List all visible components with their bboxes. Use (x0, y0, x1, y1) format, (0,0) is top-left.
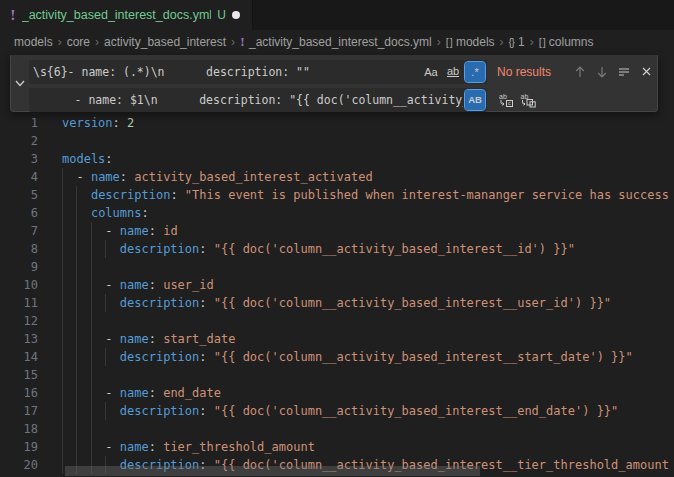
editor-area[interactable]: 1version: 223models:4 - name: activity_b… (0, 54, 674, 477)
symbol-array-icon: [ ] (446, 36, 452, 48)
breadcrumb-item-_activity_based_interest_docs.yml[interactable]: !_activity_based_interest_docs.yml (240, 35, 432, 49)
find-results-status: No results (497, 65, 559, 79)
find-input-value: \s{6}- name: (.*)\n description: "" (33, 65, 419, 79)
regex-button[interactable]: .* (465, 62, 485, 82)
indent-guide (91, 438, 92, 456)
close-find-widget-button[interactable] (635, 61, 657, 83)
indent-guide (76, 276, 77, 294)
line-content (38, 132, 674, 150)
breadcrumb-separator: › (500, 35, 504, 49)
dirty-indicator-dot[interactable] (232, 11, 240, 19)
svg-text:ab: ab (521, 92, 529, 99)
line-content (38, 258, 674, 276)
indent-guide (62, 384, 63, 402)
indent-guide (76, 384, 77, 402)
code-line: 2 (0, 132, 674, 150)
indent-guide (91, 348, 92, 366)
indent-guide (62, 312, 63, 330)
match-case-button[interactable]: Aa (421, 62, 441, 82)
indent-guide (76, 294, 77, 312)
breadcrumb-item-core[interactable]: core (67, 35, 90, 49)
line-content: - name: user_id (38, 276, 674, 294)
line-number: 2 (0, 132, 38, 150)
indent-guide (62, 402, 63, 420)
code-line: 12 (0, 312, 674, 330)
indent-guide (62, 294, 63, 312)
indent-guide (62, 240, 63, 258)
code-line: 17 description: "{{ doc('column__activit… (0, 402, 674, 420)
line-content: - name: tier_threshold_amount (38, 438, 674, 456)
tab-active-file[interactable]: ! _activity_based_interest_docs.yml U (0, 0, 253, 30)
svg-text:c: c (508, 100, 511, 106)
indent-guide (105, 348, 106, 366)
line-content: description: "This event is published wh… (38, 186, 674, 204)
indent-guide (105, 240, 106, 258)
indent-guide (76, 402, 77, 420)
line-number: 11 (0, 294, 38, 312)
breadcrumb-label: models (14, 35, 53, 49)
yaml-file-icon: ! (240, 36, 245, 49)
line-content: description: "{{ doc('column__activity_b… (38, 402, 674, 420)
indent-guide (91, 402, 92, 420)
line-number: 12 (0, 312, 38, 330)
indent-guide (62, 276, 63, 294)
line-number: 18 (0, 420, 38, 438)
indent-guide (76, 312, 77, 330)
whole-word-button[interactable]: ab (443, 62, 463, 82)
next-match-button[interactable] (591, 61, 613, 83)
replace-all-button[interactable]: ab (517, 89, 539, 111)
breadcrumb-item-columns[interactable]: [ ]columns (539, 35, 594, 49)
indent-guide (76, 240, 77, 258)
breadcrumb-item-activity_based_interest[interactable]: activity_based_interest (104, 35, 226, 49)
indent-guide (76, 366, 77, 384)
breadcrumb-item-1[interactable]: {}1 (509, 35, 525, 49)
breadcrumb-item-models[interactable]: models (14, 35, 53, 49)
replace-button[interactable]: ab c (495, 89, 517, 111)
indent-guide (91, 276, 92, 294)
indent-guide (62, 438, 63, 456)
line-number: 4 (0, 168, 38, 186)
line-content (38, 366, 674, 384)
indent-guide (62, 222, 63, 240)
breadcrumb-item-models[interactable]: [ ]models (446, 35, 495, 49)
code-line: 11 description: "{{ doc('column__activit… (0, 294, 674, 312)
code-line: 13 - name: start_date (0, 330, 674, 348)
replace-input[interactable]: - name: $1\n description: "{{ doc('colum… (29, 88, 487, 112)
breadcrumb-separator: › (530, 35, 534, 49)
replace-input-value: - name: $1\n description: "{{ doc('colum… (33, 93, 463, 107)
find-replace-widget: \s{6}- name: (.*)\n description: "" Aa a… (10, 55, 658, 112)
line-number: 3 (0, 150, 38, 168)
indent-guide (76, 330, 77, 348)
indent-guide (91, 240, 92, 258)
replace-icon: ab c (498, 92, 514, 108)
toggle-replace-button[interactable] (11, 55, 29, 111)
breadcrumb-separator: › (95, 35, 99, 49)
horizontal-scrollbar[interactable] (65, 466, 480, 476)
indent-guide (91, 258, 92, 276)
code-line: 3models: (0, 150, 674, 168)
line-number: 7 (0, 222, 38, 240)
line-content: version: 2 (38, 114, 674, 132)
code-line: 6 columns: (0, 204, 674, 222)
indent-guide (76, 438, 77, 456)
breadcrumb-label: 1 (518, 35, 525, 49)
preserve-case-button[interactable]: AB (465, 90, 485, 110)
breadcrumb: models›core›activity_based_interest›!_ac… (0, 30, 674, 54)
line-number: 8 (0, 240, 38, 258)
line-number: 5 (0, 186, 38, 204)
line-content (38, 420, 674, 438)
breadcrumb-separator: › (437, 35, 441, 49)
breadcrumb-label: models (456, 35, 495, 49)
code-lines: 1version: 223models:4 - name: activity_b… (0, 114, 674, 474)
find-in-selection-button[interactable] (613, 61, 635, 83)
line-number: 13 (0, 330, 38, 348)
code-line: 16 - name: end_date (0, 384, 674, 402)
line-number: 20 (0, 456, 38, 474)
find-input[interactable]: \s{6}- name: (.*)\n description: "" Aa a… (29, 60, 487, 84)
line-number: 16 (0, 384, 38, 402)
symbol-array-icon: [ ] (539, 36, 545, 48)
previous-match-button[interactable] (569, 61, 591, 83)
breadcrumb-separator: › (58, 35, 62, 49)
line-number: 14 (0, 348, 38, 366)
git-untracked-badge: U (217, 8, 226, 22)
